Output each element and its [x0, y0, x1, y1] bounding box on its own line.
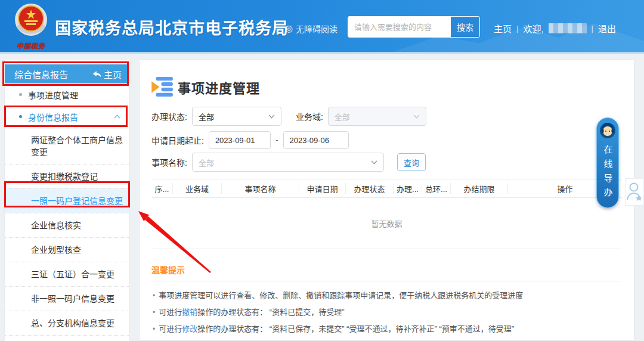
accessibility-link[interactable]: ◎ 无障碍阅读	[285, 23, 338, 35]
item-name-value: 全部	[199, 157, 214, 168]
back-arrow-icon	[92, 70, 101, 78]
sidebar-title: 综合信息报告	[14, 68, 68, 80]
sidebar-item-progress[interactable]: 事项进度管理	[5, 83, 129, 106]
tip-action-revoke: 撤销	[182, 308, 197, 317]
filter-row-date: 申请日期起止: -	[151, 131, 622, 149]
home-link[interactable]: 主页	[494, 22, 512, 35]
col-date: 申请日期	[299, 183, 346, 194]
sidebar-subitem[interactable]: 两证整合个体工商户信息变更	[5, 128, 129, 164]
sidebar-item-label: 身份信息报告	[28, 111, 78, 123]
online-guide-label: 在线导办	[602, 145, 614, 202]
sidebar-subitem[interactable]: 企业划型核查	[5, 237, 129, 262]
sidebar-subitem[interactable]: 总、分支机构信息变更	[5, 311, 129, 335]
person-star-icon	[627, 182, 642, 202]
date-range-label: 申请日期起止:	[151, 134, 204, 146]
date-from-input[interactable]	[209, 131, 271, 149]
sidebar-subitem[interactable]: 企业信息核实	[5, 213, 129, 237]
logo-caption: 中国税务	[8, 41, 54, 50]
query-button[interactable]: 查询	[397, 153, 426, 171]
sidebar: 综合信息报告 主页 事项进度管理 身份信息报告 两证整合个体工商户信息变更 变更…	[5, 60, 129, 341]
item-name-select[interactable]: 全部	[192, 153, 384, 172]
sidebar-subitem[interactable]: 变更扣缴税款登记	[5, 164, 129, 188]
status-value: 全部	[199, 111, 214, 122]
search-input[interactable]	[348, 17, 451, 37]
emblem-icon	[13, 2, 49, 39]
eye-icon: ◎	[285, 23, 293, 34]
page-title-row: 事项进度管理	[151, 77, 622, 97]
item-name-label: 事项名称:	[151, 156, 187, 168]
status-label: 办理状态:	[151, 110, 187, 122]
bullet-icon: •	[153, 338, 155, 341]
col-seq: 序...	[151, 183, 173, 194]
table-empty-state: 暂无数据	[151, 198, 622, 249]
tips-title: 温馨提示	[151, 264, 622, 275]
domain-select[interactable]: 全部	[328, 107, 426, 126]
tip-line: • 可进行删除操作的办理状态有： “资料已保存，未提交”	[151, 337, 622, 341]
bullet-icon: •	[153, 321, 155, 337]
service-avatar-icon	[599, 122, 616, 139]
list-play-icon	[151, 77, 174, 97]
status-select[interactable]: 全部	[192, 107, 281, 126]
date-to-input[interactable]	[283, 131, 349, 149]
domain-value: 全部	[335, 111, 350, 122]
person-star-widget[interactable]	[625, 178, 644, 206]
tip-line: • 可进行修改操作的办理状态有： “资料已保存，未提交” “受理不通过，待补齐补…	[151, 321, 622, 337]
filter-row-status: 办理状态: 全部 业务域: 全部	[151, 107, 622, 126]
bullet-icon: •	[153, 288, 155, 304]
col-deadline: 办结期限	[451, 183, 508, 194]
domain-label: 业务域:	[296, 110, 323, 122]
sidebar-home-label: 主页	[104, 68, 122, 80]
tip-line: • 事项进度管理可以进行查看、修改、删除、撤销和跟踪事项申请记录，便于纳税人跟进…	[151, 287, 622, 304]
col-domain: 业务域	[173, 183, 222, 194]
col-status: 办理状态	[346, 183, 394, 194]
tip-action-modify: 修改	[182, 324, 197, 333]
nav-divider: |	[592, 24, 593, 33]
chevron-down-icon	[371, 160, 377, 165]
tax-emblem-logo: 中国税务	[8, 2, 54, 50]
sidebar-subitem-selected[interactable]: 一照一码户登记信息变更	[5, 188, 129, 213]
sidebar-subitem[interactable]: 非一照一码户信息变更	[5, 286, 129, 311]
site-title: 国家税务总局北京市电子税务局	[55, 16, 289, 39]
nav-divider: |	[516, 24, 518, 33]
accessibility-label: 无障碍阅读	[296, 23, 338, 35]
table-header: 序... 业务域 事项名称 申请日期 办理状态 办理... 总环... 办结期限…	[151, 179, 622, 198]
col-name: 事项名称	[222, 183, 299, 194]
tip-text: 可进行撤销操作的办理状态有： “资料已提交，待受理”	[159, 304, 344, 320]
sidebar-header: 综合信息报告 主页	[5, 64, 129, 83]
main-panel: 事项进度管理 办理状态: 全部 业务域: 全部 申请日期起止: - 事项名称: …	[139, 60, 634, 341]
welcome-label: 欢迎,	[523, 22, 543, 35]
online-guide-button[interactable]: 在线导办	[596, 117, 619, 208]
sidebar-home-link[interactable]: 主页	[92, 68, 122, 80]
page-title: 事项进度管理	[178, 78, 260, 97]
filter-row-name: 事项名称: 全部 查询	[151, 153, 622, 172]
chevron-down-icon	[268, 114, 275, 119]
tip-text: 可进行删除操作的办理状态有： “资料已保存，未提交”	[159, 337, 344, 341]
tip-text: 可进行修改操作的办理状态有： “资料已保存，未提交” “受理不通过，待补齐补正”…	[159, 321, 514, 337]
top-header: 中国税务 国家税务总局北京市电子税务局 ◎ 无障碍阅读 搜索 主页 | 欢迎, …	[0, 0, 644, 54]
sidebar-subitem[interactable]: 三证（五证）合一变更	[5, 262, 129, 286]
tip-text: 事项进度管理可以进行查看、修改、删除、撤销和跟踪事项申请记录，便于纳税人跟进税务…	[159, 287, 523, 303]
sidebar-subitem[interactable]: 跨区税源登记	[5, 335, 129, 341]
sidebar-item-identity-report[interactable]: 身份信息报告	[5, 106, 129, 128]
chevron-down-icon	[413, 114, 420, 119]
tip-line: • 可进行撤销操作的办理状态有： “资料已提交，待受理”	[151, 304, 622, 321]
chevron-up-icon	[114, 114, 120, 119]
bullet-icon: •	[153, 305, 155, 321]
header-search: 搜索	[348, 16, 480, 38]
tips-list: • 事项进度管理可以进行查看、修改、删除、撤销和跟踪事项申请记录，便于纳税人跟进…	[151, 287, 622, 341]
date-separator: -	[275, 135, 278, 145]
bullet-dot-icon	[19, 93, 22, 96]
sidebar-item-label: 事项进度管理	[28, 89, 78, 101]
col-total: 总环...	[422, 183, 451, 194]
redacted-username	[549, 23, 587, 33]
bullet-dot-icon	[19, 115, 22, 118]
search-button[interactable]: 搜索	[451, 17, 479, 37]
col-handle: 办理...	[394, 183, 422, 194]
tips-divider	[151, 281, 622, 281]
logout-link[interactable]: 退出	[598, 22, 616, 35]
header-nav: 主页 | 欢迎, | 退出	[494, 22, 637, 35]
